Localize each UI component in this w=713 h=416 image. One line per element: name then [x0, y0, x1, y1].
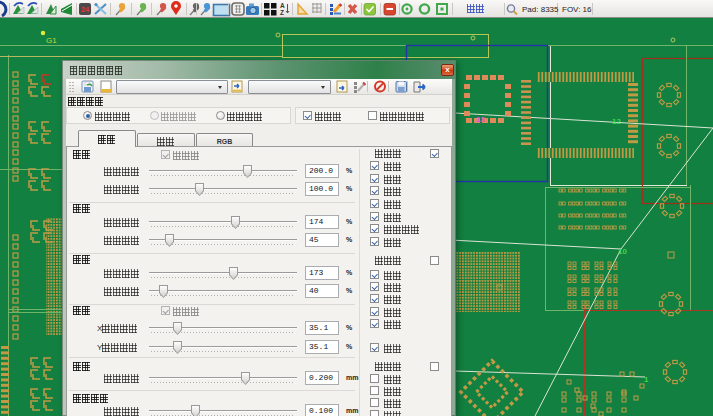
svg-text:12: 12 [612, 117, 621, 126]
svg-text:13: 13 [476, 115, 485, 124]
svg-text:Z: Z [280, 9, 284, 16]
svg-text:G1: G1 [46, 36, 57, 45]
svg-text:10: 10 [618, 247, 627, 256]
svg-text:1: 1 [644, 375, 649, 384]
svg-text:24: 24 [81, 6, 89, 13]
svg-text:A: A [280, 2, 285, 9]
